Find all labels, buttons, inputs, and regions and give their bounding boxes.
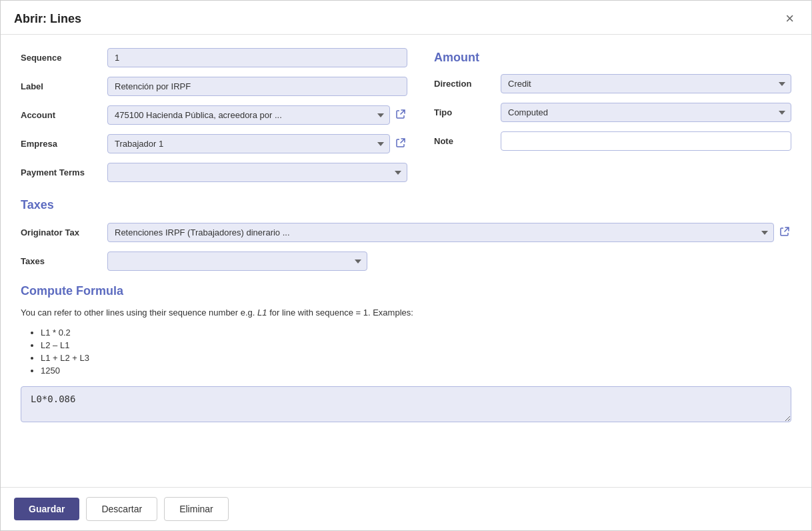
form-right: Amount Direction Credit Debit Tipo Compu… — [434, 48, 791, 191]
direction-select[interactable]: Credit Debit — [501, 74, 791, 93]
dialog: Abrir: Lines × Sequence Label Account — [0, 0, 812, 531]
example-item: L1 + L2 + L3 — [41, 353, 791, 363]
originator-tax-wrapper: Retenciones IRPF (Trabajadores) dinerari… — [107, 223, 791, 242]
taxes-section: Taxes Originator Tax Retenciones IRPF (T… — [21, 198, 791, 271]
compute-formula-section: Compute Formula You can refer to other l… — [21, 284, 791, 424]
direction-label: Direction — [434, 79, 501, 89]
formula-description: You can refer to other lines using their… — [21, 306, 791, 320]
empresa-row: Empresa Trabajador 1 — [21, 134, 407, 153]
account-external-link[interactable] — [394, 109, 407, 122]
account-label: Account — [21, 110, 107, 120]
label-label: Label — [21, 81, 107, 91]
form-section: Sequence Label Account 475100 Hacienda P… — [21, 48, 791, 191]
direction-row: Direction Credit Debit — [434, 74, 791, 93]
taxes-select[interactable] — [107, 251, 367, 271]
note-row: Note — [434, 131, 791, 151]
label-row: Label — [21, 77, 407, 96]
dialog-body: Sequence Label Account 475100 Hacienda P… — [1, 35, 811, 487]
note-input[interactable] — [501, 131, 791, 151]
originator-tax-external-link[interactable] — [778, 226, 791, 239]
taxes-label: Taxes — [21, 256, 107, 266]
sequence-row: Sequence — [21, 48, 407, 67]
dialog-title: Abrir: Lines — [14, 12, 81, 26]
empresa-select[interactable]: Trabajador 1 — [107, 134, 390, 153]
sequence-input[interactable] — [107, 48, 407, 67]
formula-title: Compute Formula — [21, 284, 791, 298]
taxes-title: Taxes — [21, 198, 791, 212]
example-item: L2 – L1 — [41, 340, 791, 350]
empresa-label: Empresa — [21, 139, 107, 149]
formula-input[interactable] — [21, 386, 791, 422]
formula-examples: L1 * 0.2 L2 – L1 L1 + L2 + L3 1250 — [41, 328, 791, 376]
example-item: L1 * 0.2 — [41, 328, 791, 338]
note-label: Note — [434, 136, 501, 146]
dialog-header: Abrir: Lines × — [1, 1, 811, 35]
originator-tax-row: Originator Tax Retenciones IRPF (Trabaja… — [21, 223, 791, 242]
payment-terms-label: Payment Terms — [21, 167, 107, 177]
delete-button[interactable]: Eliminar — [164, 497, 229, 521]
empresa-field-wrapper: Trabajador 1 — [107, 134, 407, 153]
label-input[interactable] — [107, 77, 407, 96]
close-button[interactable]: × — [781, 10, 798, 27]
payment-terms-row: Payment Terms — [21, 163, 407, 182]
account-row: Account 475100 Hacienda Pública, acreedo… — [21, 105, 407, 125]
amount-heading: Amount — [434, 51, 791, 65]
account-select[interactable]: 475100 Hacienda Pública, acreedora por .… — [107, 105, 390, 125]
sequence-label: Sequence — [21, 53, 107, 63]
empresa-external-link[interactable] — [394, 137, 407, 151]
originator-tax-label: Originator Tax — [21, 227, 107, 237]
payment-terms-select[interactable] — [107, 163, 407, 182]
example-item: 1250 — [41, 366, 791, 376]
dialog-footer: Guardar Descartar Eliminar — [1, 487, 811, 530]
originator-tax-select[interactable]: Retenciones IRPF (Trabajadores) dinerari… — [107, 223, 774, 242]
taxes-row: Taxes — [21, 251, 791, 271]
save-button[interactable]: Guardar — [14, 498, 79, 520]
tipo-label: Tipo — [434, 107, 501, 117]
form-left: Sequence Label Account 475100 Hacienda P… — [21, 48, 407, 191]
tipo-row: Tipo Computed Fixed Percentage — [434, 103, 791, 122]
tipo-select[interactable]: Computed Fixed Percentage — [501, 103, 791, 122]
discard-button[interactable]: Descartar — [86, 497, 157, 521]
account-field-wrapper: 475100 Hacienda Pública, acreedora por .… — [107, 105, 407, 125]
